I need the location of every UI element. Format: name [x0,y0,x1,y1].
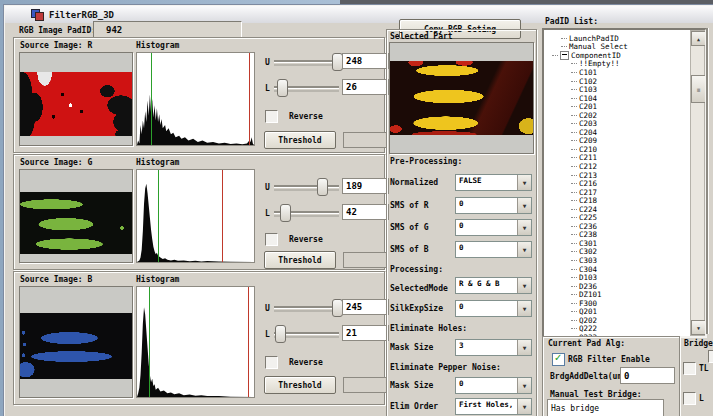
u-slider-track[interactable] [274,60,339,62]
tree-item[interactable]: Q222 [548,325,689,334]
tree-item[interactable]: C302 [548,248,689,257]
reverse-checkbox[interactable] [265,233,278,246]
brdg-add-delta-field[interactable]: 0 [620,367,675,384]
manual-test-bridge-field[interactable]: Has bridge [547,399,664,416]
tree-item[interactable]: DZ101 [548,290,689,299]
l-value-field[interactable]: 26 [342,79,389,95]
bridge-tl-checkbox[interactable] [683,362,696,375]
tree-item[interactable]: Q201 [548,308,689,317]
l-slider[interactable] [274,205,339,219]
sms-r-combo[interactable]: 0 ▼ [455,197,532,214]
u-slider[interactable] [274,54,339,68]
l-slider-thumb[interactable] [280,204,291,222]
scrollbar-thumb[interactable]: ≡ [691,75,706,103]
tree-connector [571,81,577,82]
chevron-down-icon[interactable]: ▼ [517,278,531,293]
tree-item[interactable]: C103 [548,85,689,94]
tree-item[interactable]: C201 [548,102,689,111]
tree-item[interactable]: C204 [548,128,689,137]
tree-item[interactable]: Q202 [548,316,689,325]
tree-item[interactable]: C211 [548,154,689,163]
tree-item[interactable]: C216 [548,179,689,188]
chevron-down-icon[interactable]: ▼ [517,242,531,257]
tree-item[interactable]: C102 [548,77,689,86]
tree-connector [571,294,577,295]
u-value-field[interactable]: 189 [342,178,389,194]
tree-item[interactable]: ComponentID [548,51,689,60]
source-image-r [19,52,133,146]
tree-item[interactable]: C203 [548,119,689,128]
chevron-down-icon[interactable]: ▼ [517,220,531,235]
mask-size-combo[interactable]: 3 ▼ [455,339,532,356]
u-slider[interactable] [274,300,339,314]
tree-item[interactable]: D236 [548,282,689,291]
bridge-partial-checkbox[interactable] [708,350,713,363]
u-slider-track[interactable] [274,185,339,187]
sms-g-combo[interactable]: 0 ▼ [455,219,532,236]
u-slider[interactable] [274,179,339,193]
padid-tree[interactable]: LaunchPadID Manual Select ComponentID !!… [542,28,707,338]
l-value-field[interactable]: 21 [342,325,389,341]
u-slider-thumb[interactable] [317,178,328,196]
tree-connector [571,269,577,270]
tree-item[interactable]: C213 [548,171,689,180]
l-slider-thumb[interactable] [277,79,288,97]
tree-item[interactable]: C217 [548,188,689,197]
silk-exp-size-combo[interactable]: 0 ▼ [455,300,532,317]
u-value-field[interactable]: 248 [342,53,389,69]
reverse-checkbox[interactable] [265,356,278,369]
chevron-down-icon[interactable]: ▼ [517,301,531,316]
tree-item[interactable]: C225 [548,213,689,222]
u-label: U [265,183,270,192]
threshold-button[interactable]: Threshold [264,131,336,149]
l-value-field[interactable]: 42 [342,204,389,220]
chevron-down-icon[interactable]: ▼ [517,340,531,355]
bridge-l-checkbox[interactable] [683,392,696,405]
chevron-down-icon[interactable]: ▼ [517,175,531,190]
tree-item[interactable]: Manual Select [548,43,689,52]
tree-item[interactable]: C104 [548,94,689,103]
l-slider[interactable] [274,80,339,94]
upper-threshold-line [248,287,249,397]
reverse-checkbox[interactable] [265,110,278,123]
tree-collapse-icon[interactable] [560,51,569,60]
elim-order-combo[interactable]: First Holes, ▼ [455,398,532,415]
chevron-down-icon[interactable]: ▼ [517,378,531,393]
tree-item[interactable]: D103 [548,273,689,282]
tree-item[interactable]: C303 [548,256,689,265]
tree-item[interactable]: C209 [548,137,689,146]
tree-item[interactable]: C301 [548,239,689,248]
normalized-label: Normalized [390,178,438,187]
tree-item[interactable]: C238 [548,231,689,240]
tree-item[interactable]: C218 [548,196,689,205]
tree-item[interactable]: C212 [548,162,689,171]
tree-connector [571,115,577,116]
tree-item[interactable]: C101 [548,68,689,77]
tree-item[interactable]: C224 [548,205,689,214]
tree-item[interactable]: C202 [548,111,689,120]
u-value-field[interactable]: 245 [342,299,389,315]
l-slider[interactable] [274,326,339,340]
tree-item[interactable]: C210 [548,145,689,154]
scroll-down-icon[interactable]: ▼ [691,320,706,335]
tree-item[interactable]: LaunchPadID [548,34,689,43]
tree-item[interactable]: F300 [548,299,689,308]
scroll-up-icon[interactable]: ▲ [691,31,706,46]
selected-mode-combo[interactable]: R & G & B ▼ [455,277,532,294]
rgb-filter-enable-checkbox[interactable] [552,353,565,366]
sms-b-value: 0 [459,243,517,252]
chevron-down-icon[interactable]: ▼ [517,198,531,213]
normalized-combo[interactable]: FALSE ▼ [455,174,532,191]
chevron-down-icon[interactable]: ▼ [517,399,531,414]
padid-tree-items: LaunchPadID Manual Select ComponentID !!… [548,34,689,336]
threshold-button[interactable]: Threshold [264,376,336,394]
tree-item[interactable]: C304 [548,265,689,274]
threshold-button[interactable]: Threshold [264,251,336,269]
sms-b-combo[interactable]: 0 ▼ [455,241,532,258]
l-slider-thumb[interactable] [275,325,286,343]
tree-scrollbar[interactable]: ▲ ≡ ▼ [690,30,705,336]
pepper-mask-size-combo[interactable]: 0 ▼ [455,377,532,394]
tree-item[interactable]: !!Empty!! [548,60,689,69]
tree-item[interactable]: C236 [548,222,689,231]
u-slider-track[interactable] [274,306,339,308]
